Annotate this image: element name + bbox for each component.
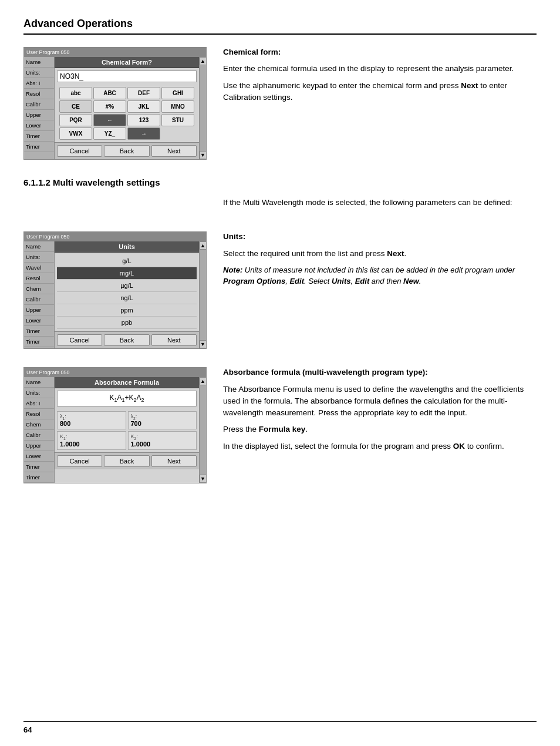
key-JKL[interactable]: JKL (127, 100, 160, 113)
btn-next-2[interactable]: Next (151, 334, 197, 346)
sidebar3-timer2: Timer (24, 472, 54, 483)
sidebar2-wavel: Wavel (24, 263, 54, 273)
key-hash[interactable]: #% (93, 100, 126, 113)
sidebar3-chem: Chem (24, 419, 54, 430)
abs-k1-val: 1.0000 (60, 441, 123, 448)
page-footer: 64 (23, 721, 537, 734)
key-GHI[interactable]: GHI (161, 87, 194, 99)
abs-lambda2-cell[interactable]: λ2: 700 (128, 411, 197, 430)
chem-input-display[interactable]: NO3N_ (57, 70, 197, 82)
abs-dialog-title: Absorbance Formula (55, 377, 199, 388)
abs-lambda1-cell[interactable]: λ1: 800 (57, 411, 126, 430)
page-header: Advanced Operations (23, 18, 537, 35)
device-sidebar-1: Name Units: Abs: I Resol Calibr Upper Lo… (24, 57, 55, 159)
unit-gL[interactable]: g/L (57, 255, 197, 267)
scroll-up-1[interactable]: ▲ (200, 57, 207, 65)
chem-body1: Enter the chemical formula used in the d… (223, 63, 537, 75)
units-body1: Select the required unit from the list a… (223, 248, 537, 260)
device-absorbance: User Program 050 Name Units: Abs: I Reso… (23, 367, 207, 483)
chem-title: Chemical form: (223, 46, 537, 58)
units-title: Units: (223, 231, 537, 243)
scroll-down-1[interactable]: ▼ (200, 151, 207, 159)
chem-keypad: abc ABC DEF GHI CE #% JKL MNO PQR ← 123 … (57, 86, 197, 141)
units-list: g/L mg/L µg/L ng/L ppm ppb (57, 255, 197, 329)
unit-ugL[interactable]: µg/L (57, 280, 197, 292)
btn-back-2[interactable]: Back (104, 334, 149, 346)
chem-dialog-title: Chemical Form? (55, 57, 199, 68)
chem-title-bold: Chemical form: (223, 48, 281, 56)
scroll-down-2[interactable]: ▼ (200, 340, 207, 348)
sidebar3-name: Name (24, 377, 54, 388)
page-container: Advanced Operations User Program 050 Nam… (0, 0, 560, 746)
scrollbar-1: ▲ ▼ (199, 57, 206, 159)
units-next-bold: Next (387, 249, 404, 258)
abs-k2-val: 1.0000 (131, 441, 194, 448)
btn-cancel-2[interactable]: Cancel (57, 334, 102, 346)
formula-key-bold: Formula key (259, 425, 306, 434)
units-dialog-title: Units (55, 241, 199, 253)
subsection-612: 6.1.1.2 Multi wavelength settings (23, 177, 537, 187)
abs-body3: In the displayed list, select the formul… (223, 441, 537, 452)
device-top-label-2: User Program 050 (26, 234, 70, 240)
unit-ppb[interactable]: ppb (57, 317, 197, 329)
device-top-bar-3: User Program 050 (24, 368, 206, 377)
sidebar3-lower: Lower (24, 451, 54, 462)
abs-body1: The Absorbance Formula menu is used to d… (223, 384, 537, 419)
sidebar2-upper: Upper (24, 305, 54, 315)
screen-col-1: User Program 050 Name Units: Abs: I Reso… (23, 46, 205, 160)
unit-ngL[interactable]: ng/L (57, 292, 197, 304)
abs-lambda1-val: 800 (60, 420, 123, 427)
btn-back-1[interactable]: Back (104, 145, 149, 157)
text-col-1: Chemical form: Enter the chemical formul… (223, 46, 537, 160)
device-bottom-bar-1: Cancel Back Next (55, 142, 199, 159)
key-VWX[interactable]: VWX (59, 127, 92, 140)
sidebar2-units: Units: (24, 252, 54, 263)
key-YZ[interactable]: YZ_ (93, 127, 126, 140)
abs-k1-cell[interactable]: K1: 1.0000 (57, 431, 126, 450)
device-main-1: Chemical Form? NO3N_ abc ABC DEF GHI CE (55, 57, 199, 159)
scroll-up-3[interactable]: ▲ (200, 377, 207, 385)
abs-k2-cell[interactable]: K2: 1.0000 (128, 431, 197, 450)
chem-input-value: NO3N_ (60, 72, 83, 80)
key-STU[interactable]: STU (161, 114, 194, 126)
abs-lambda2-label: λ2: (131, 414, 194, 421)
units-title-bold: Units: (223, 232, 245, 241)
device-main-2: Units g/L mg/L µg/L ng/L ppm ppb Cancel (55, 241, 199, 348)
scroll-up-2[interactable]: ▲ (200, 241, 207, 250)
sidebar2-name: Name (24, 241, 54, 252)
abs-k1-label: K1: (60, 434, 123, 441)
unit-ppm[interactable]: ppm (57, 304, 197, 317)
key-DEF[interactable]: DEF (127, 87, 160, 99)
scroll-down-3[interactable]: ▼ (200, 475, 207, 483)
chem-next-bold: Next (461, 81, 478, 90)
key-forward[interactable]: → (127, 127, 160, 140)
key-backspace[interactable]: ← (93, 114, 126, 126)
key-123[interactable]: 123 (127, 114, 160, 126)
edit-bold2: Edit (355, 277, 370, 285)
key-ABC[interactable]: ABC (93, 87, 126, 99)
btn-cancel-3[interactable]: Cancel (57, 455, 102, 467)
sidebar3-abs: Abs: I (24, 398, 54, 409)
sidebar-item-timer2: Timer (24, 142, 54, 152)
abs-formula-grid: λ1: 800 λ2: 700 K1: 1.0000 (57, 411, 197, 451)
key-abc[interactable]: abc (59, 87, 92, 99)
key-MNO[interactable]: MNO (161, 100, 194, 113)
btn-next-1[interactable]: Next (151, 145, 197, 157)
btn-back-3[interactable]: Back (104, 455, 149, 467)
scrollbar-2: ▲ ▼ (199, 241, 206, 348)
sidebar-item-lower: Lower (24, 120, 54, 131)
device-bottom-bar-3: Cancel Back Next (55, 452, 199, 469)
ok-bold: OK (453, 442, 465, 451)
abs-lambda2-val: 700 (131, 420, 194, 427)
sidebar2-lower: Lower (24, 315, 54, 326)
key-CE[interactable]: CE (59, 100, 92, 113)
screen-col-3: User Program 050 Name Units: Abs: I Reso… (23, 367, 205, 483)
key-PQR[interactable]: PQR (59, 114, 92, 126)
btn-cancel-1[interactable]: Cancel (57, 145, 102, 157)
abs-lambda1-label: λ1: (60, 414, 123, 421)
chem-body2: Use the alphanumeric keypad to enter the… (223, 80, 537, 104)
abs-formula-display[interactable]: K1A1+K2A2 (57, 391, 197, 406)
unit-mgL[interactable]: mg/L (57, 267, 197, 280)
units-bold: Units (332, 277, 351, 285)
btn-next-3[interactable]: Next (151, 455, 197, 467)
